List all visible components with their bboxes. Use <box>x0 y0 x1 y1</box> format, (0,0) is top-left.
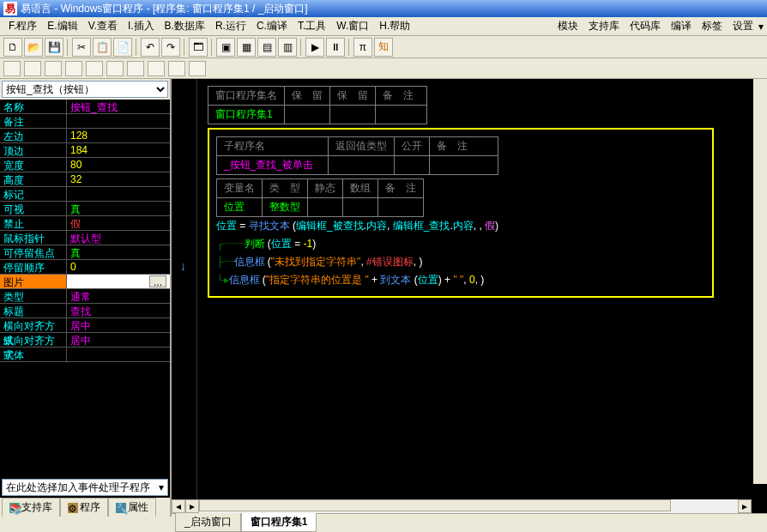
menu-tags[interactable]: 标签 <box>697 17 728 35</box>
breakpoint-arrow-icon[interactable]: ↓ <box>180 259 186 273</box>
menu-codebase[interactable]: 代码库 <box>625 17 666 35</box>
property-value[interactable] <box>67 187 170 201</box>
scroll-left-button[interactable]: ◂ <box>172 499 185 513</box>
property-value[interactable]: 128 <box>67 129 170 142</box>
tool2-1[interactable] <box>3 61 21 76</box>
property-value[interactable]: 居中 <box>67 333 170 347</box>
layout4-button[interactable]: ▥ <box>278 38 297 57</box>
layout3-button[interactable]: ▤ <box>257 38 276 57</box>
menu-program[interactable]: F.程序 <box>3 17 42 35</box>
new-button[interactable]: 🗋 <box>3 38 22 57</box>
pi-button[interactable]: π <box>353 38 372 57</box>
window-button[interactable]: 🗔 <box>189 38 208 57</box>
scroll-right-end-button[interactable]: ▸ <box>738 499 752 513</box>
tool2-4[interactable] <box>65 61 82 76</box>
tool2-7[interactable] <box>127 61 144 76</box>
browse-button[interactable]: ... <box>149 275 166 287</box>
property-row[interactable]: 纵向对齐方式居中 <box>0 333 170 348</box>
layout2-button[interactable]: ▦ <box>237 38 256 57</box>
paste-button[interactable]: 📄 <box>113 38 132 57</box>
property-value[interactable]: 80 <box>67 158 170 172</box>
code-line-3[interactable]: ├┄信息框 ("未找到指定字符串", #错误图标, ) <box>216 253 705 271</box>
scroll-right-button[interactable]: ▸ <box>185 499 199 513</box>
save-button[interactable]: 💾 <box>45 38 63 57</box>
menu-compile[interactable]: C.编译 <box>251 17 293 35</box>
menu-settings[interactable]: 设置 <box>728 17 758 35</box>
scroll-thumb[interactable] <box>199 499 671 511</box>
menu-run[interactable]: R.运行 <box>210 17 251 35</box>
property-value[interactable]: 按钮_查找 <box>67 100 170 113</box>
chevron-down-icon[interactable]: ▾ <box>758 21 764 33</box>
pause-button[interactable]: ⏸ <box>326 38 345 57</box>
code-line-2[interactable]: ┌┄┄判断 (位置 = -1) <box>216 235 705 253</box>
menu-window[interactable]: W.窗口 <box>331 17 374 35</box>
property-row[interactable]: 名称按钮_查找 <box>0 100 170 114</box>
tool2-2[interactable] <box>24 61 41 76</box>
properties-grid[interactable]: 名称按钮_查找备注左边128顶边184宽度80高度32标记可视真禁止假鼠标指针默… <box>0 100 170 477</box>
property-row[interactable]: 类型通常 <box>0 289 170 304</box>
property-value[interactable]: 32 <box>67 172 170 186</box>
menu-compile2[interactable]: 编译 <box>666 17 697 35</box>
knowledge-button[interactable]: 知 <box>374 38 393 57</box>
property-value[interactable] <box>67 114 170 128</box>
code-line-4[interactable]: └▸信息框 ("指定字符串的位置是 " + 到文本 (位置) + " ", 0,… <box>216 271 705 289</box>
property-row[interactable]: 鼠标指针默认型 <box>0 231 170 245</box>
tool2-6[interactable] <box>106 61 124 76</box>
property-row[interactable]: 左边128 <box>0 129 170 143</box>
tab-props[interactable]: 🔧属性 <box>108 498 156 517</box>
open-button[interactable]: 📂 <box>24 38 43 57</box>
horizontal-scrollbar[interactable]: ◂ ▸ ▸ <box>172 499 752 513</box>
property-row[interactable]: 标记 <box>0 187 170 202</box>
tool2-9[interactable] <box>168 61 185 76</box>
event-selector[interactable]: 在此处选择加入事件处理子程序 ▾ <box>2 479 168 496</box>
tab-support[interactable]: 📚支持库 <box>2 498 60 517</box>
property-row[interactable]: 顶边184 <box>0 143 170 158</box>
property-value[interactable]: 查找 <box>67 304 170 317</box>
property-value[interactable]: 真 <box>67 202 170 215</box>
property-row[interactable]: 禁止假 <box>0 216 170 231</box>
code-line-1[interactable]: 位置 = 寻找文本 (编辑框_被查找.内容, 编辑框_查找.内容, , 假) <box>216 217 705 235</box>
property-value[interactable]: 通常 <box>67 289 170 303</box>
tool2-5[interactable] <box>86 61 103 76</box>
layout1-button[interactable]: ▣ <box>216 38 235 57</box>
menu-edit[interactable]: E.编辑 <box>42 17 82 35</box>
menu-view[interactable]: V.查看 <box>83 17 123 35</box>
property-value[interactable] <box>67 348 170 361</box>
copy-button[interactable]: 📋 <box>93 38 112 57</box>
menu-support[interactable]: 支持库 <box>583 17 625 35</box>
object-selector[interactable]: 按钮_查找（按钮） <box>2 81 168 98</box>
menu-tools[interactable]: T.工具 <box>293 17 331 35</box>
tab-assembly1[interactable]: 窗口程序集1 <box>241 513 317 532</box>
property-row[interactable]: 宽度80 <box>0 158 170 172</box>
property-row[interactable]: 横向对齐方式居中 <box>0 318 170 333</box>
property-row[interactable]: 标题查找 <box>0 304 170 318</box>
property-row[interactable]: 字体 <box>0 348 170 362</box>
property-value[interactable]: 默认型 <box>67 231 170 245</box>
property-row[interactable]: 可停留焦点真 <box>0 245 170 260</box>
property-value[interactable]: 0 <box>67 260 170 274</box>
redo-button[interactable]: ↷ <box>161 38 180 57</box>
property-row[interactable]: 高度32 <box>0 172 170 187</box>
tab-startup-window[interactable]: _启动窗口 <box>175 513 241 532</box>
vertical-scrollbar[interactable] <box>753 79 767 484</box>
property-row[interactable]: 停留顺序0 <box>0 260 170 275</box>
cut-button[interactable]: ✂ <box>72 38 91 57</box>
property-row[interactable]: 图片... <box>0 275 170 289</box>
tool2-10[interactable] <box>189 61 206 76</box>
property-row[interactable]: 可视真 <box>0 202 170 216</box>
property-value[interactable]: 真 <box>67 245 170 259</box>
tab-program[interactable]: ⚙程序 <box>60 498 108 517</box>
menu-insert[interactable]: I.插入 <box>123 17 160 35</box>
menu-module[interactable]: 模块 <box>553 17 583 35</box>
property-value[interactable]: 184 <box>67 143 170 157</box>
property-value[interactable]: ... <box>67 275 170 288</box>
property-value[interactable]: 假 <box>67 216 170 230</box>
run-button[interactable]: ▶ <box>305 38 324 57</box>
tool2-8[interactable] <box>148 61 165 76</box>
menu-help[interactable]: H.帮助 <box>374 17 415 35</box>
menu-database[interactable]: B.数据库 <box>160 17 210 35</box>
code-editor[interactable]: ↓ 窗口程序集名保 留保 留备 注 窗口程序集1 子程序名返回值类型公开备 注 … <box>172 79 767 517</box>
tool2-3[interactable] <box>45 61 62 76</box>
undo-button[interactable]: ↶ <box>141 38 160 57</box>
property-value[interactable]: 居中 <box>67 318 170 332</box>
